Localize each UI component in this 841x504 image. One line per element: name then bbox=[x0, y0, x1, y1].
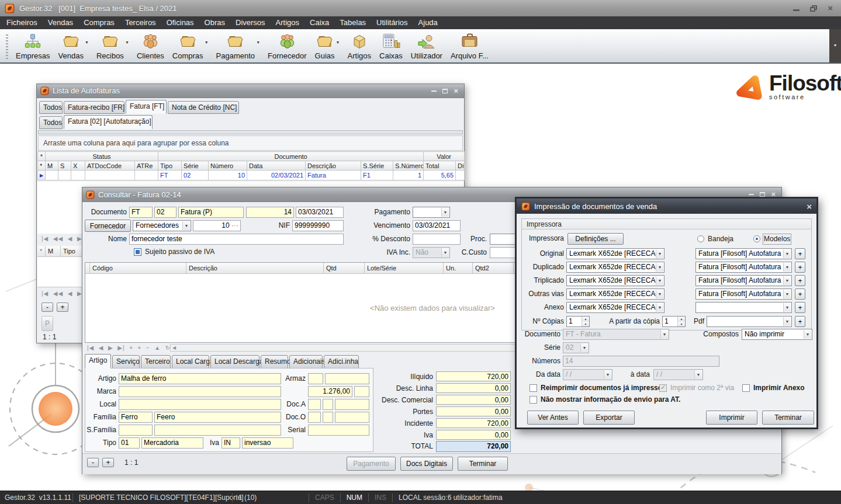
collapse-button[interactable]: - bbox=[41, 303, 53, 312]
anexo-add-button[interactable]: + bbox=[795, 302, 805, 313]
col-m[interactable]: M bbox=[46, 246, 61, 256]
toolbar-button-utilizador[interactable]: Utilizador bbox=[407, 31, 447, 60]
original-printer-combo[interactable]: Lexmark X652de [RECECAO]▼ bbox=[566, 248, 665, 259]
desc-linha-field[interactable]: 0,00 bbox=[436, 383, 511, 393]
imprimir-anexo-checkbox[interactable] bbox=[742, 384, 750, 392]
col-lote-serie[interactable]: Lote/Série bbox=[365, 263, 444, 273]
toolbar-overflow-button[interactable]: ▼ bbox=[829, 29, 841, 62]
definicoes-button[interactable]: Definições ... bbox=[567, 233, 624, 245]
toolbar-button-empresas[interactable]: Empresas bbox=[12, 31, 54, 60]
col-descricao[interactable]: Descrição bbox=[306, 161, 361, 171]
col-data[interactable]: Data bbox=[247, 161, 306, 171]
tab-servico[interactable]: Serviço bbox=[112, 355, 140, 369]
dropdown-arrow-icon[interactable]: ▼ bbox=[125, 40, 129, 44]
tab-nota-credito[interactable]: Nota de Crédito [NC] bbox=[168, 101, 239, 114]
exportar-button[interactable]: Exportar bbox=[583, 411, 635, 425]
tab-local-descarga[interactable]: Local Descarga bbox=[210, 355, 259, 369]
armaz-cod-field[interactable] bbox=[308, 373, 323, 384]
imprimir-button[interactable]: Imprimir bbox=[706, 411, 757, 425]
doc-numero-field[interactable]: 14 bbox=[246, 207, 294, 218]
terminar-button[interactable]: Terminar bbox=[762, 411, 814, 425]
triplicado-model-combo[interactable]: Fatura [Filosoft] Autofatura▼ bbox=[695, 275, 792, 286]
preco-extra-field[interactable] bbox=[354, 386, 369, 397]
outras-vias-add-button[interactable]: + bbox=[795, 289, 805, 300]
maximize-icon[interactable] bbox=[442, 89, 448, 93]
col-div[interactable]: Div bbox=[456, 161, 465, 171]
band-documento[interactable]: Documento bbox=[158, 152, 424, 161]
portes-field[interactable]: 0,00 bbox=[436, 406, 511, 416]
local-field[interactable] bbox=[119, 399, 281, 410]
triplicado-add-button[interactable]: + bbox=[795, 275, 805, 286]
col-atdoccode[interactable]: ATDocCode bbox=[85, 161, 135, 171]
tab-resumo[interactable]: Resumo bbox=[261, 355, 288, 369]
iliquido-field[interactable]: 720,00 bbox=[436, 371, 511, 381]
fornecedor-tipo-combo[interactable]: Fornecedores▼ bbox=[133, 220, 191, 231]
col-qtd[interactable]: Qtd bbox=[324, 263, 365, 273]
menu-diversos[interactable]: Diversos bbox=[230, 16, 271, 29]
bandeja-radio-label[interactable]: Bandeja bbox=[708, 235, 733, 244]
marca-field[interactable] bbox=[119, 386, 281, 397]
documento-combo[interactable]: FT - Fatura▼ bbox=[563, 329, 669, 340]
tipo-desc-field[interactable]: Mercadoria bbox=[141, 437, 203, 449]
doca-2-field[interactable] bbox=[323, 399, 333, 410]
doc-data-field[interactable]: 03/03/2021 bbox=[296, 207, 344, 218]
iva-total-field[interactable]: 0,00 bbox=[436, 430, 511, 440]
close-icon[interactable]: × bbox=[828, 4, 833, 12]
menu-oficinas[interactable]: Oficinas bbox=[161, 16, 199, 29]
toolbar-button-arquivo[interactable]: Arquivo F... bbox=[447, 31, 493, 60]
tab-todos[interactable]: Todos bbox=[39, 101, 63, 114]
record-navigator[interactable]: |◀ ◀ ▶ ▶| + + − ▲ ↻ bbox=[87, 345, 171, 351]
sujeito-iva-checkbox[interactable] bbox=[134, 248, 141, 256]
pagamento-button[interactable]: Pagamento bbox=[347, 457, 396, 471]
expand-button[interactable]: + bbox=[57, 303, 68, 312]
bandeja-radio[interactable] bbox=[697, 235, 704, 242]
minimize-icon[interactable] bbox=[793, 3, 800, 13]
record-navigator[interactable]: |◀ ◀◀ ◀ ▶ bbox=[41, 290, 82, 297]
restore-icon[interactable] bbox=[810, 5, 817, 12]
sfamilia-cod-field[interactable] bbox=[119, 425, 153, 436]
outras-vias-printer-combo[interactable]: Lexmark X652de [RECECAO]▼ bbox=[566, 289, 665, 300]
band-status[interactable]: Status bbox=[46, 152, 158, 161]
invoice-row[interactable]: ▶ FT 02 10 02/03/2021 Fatura F1 1 5,65 bbox=[38, 171, 465, 180]
iva-inc-combo[interactable]: Não▼ bbox=[413, 247, 450, 258]
dropdown-arrow-icon[interactable]: ▼ bbox=[85, 40, 89, 44]
anexo-printer-combo[interactable]: Lexmark X652de [RECECAO]▼ bbox=[566, 302, 665, 313]
close-icon[interactable]: × bbox=[454, 88, 458, 95]
nome-field[interactable]: fornecedor teste bbox=[129, 234, 344, 245]
vencimento-field[interactable]: 03/03/2021 bbox=[413, 220, 461, 231]
toolbar-button-recibos[interactable]: Recibos ▼ bbox=[92, 31, 128, 60]
apartir-spinner[interactable]: 1▲▼ bbox=[662, 316, 686, 327]
dropdown-arrow-icon[interactable]: ▼ bbox=[205, 40, 209, 44]
armaz-desc-field[interactable] bbox=[325, 373, 369, 384]
familia-desc-field[interactable]: Feero bbox=[154, 412, 281, 423]
expand-button[interactable]: + bbox=[102, 458, 114, 467]
minimize-icon[interactable] bbox=[431, 91, 437, 92]
toolbar-button-guias[interactable]: Guias ▼ bbox=[311, 31, 339, 60]
band-valor[interactable]: Valor bbox=[424, 152, 465, 161]
subtab-fatura-02[interactable]: Fatura [02] [Autofaturação] bbox=[64, 115, 153, 129]
modelos-radio-label[interactable]: Modelos bbox=[764, 235, 790, 244]
col-codigo[interactable]: Código bbox=[90, 263, 186, 273]
impressao-titlebar[interactable]: Impressão de documentos de venda × bbox=[517, 199, 816, 214]
duplicado-model-combo[interactable]: Fatura [Filosoft] Autofatura▼ bbox=[695, 262, 792, 273]
tab-fatura-recibo[interactable]: Fatura-recibo [FR] bbox=[64, 101, 124, 114]
doco-1-field[interactable] bbox=[308, 412, 321, 423]
tab-terceiro[interactable]: Terceiro bbox=[141, 355, 171, 369]
segunda-via-checkbox[interactable] bbox=[659, 384, 667, 392]
doc-descricao-field[interactable]: Fatura (P) bbox=[178, 207, 244, 218]
toolbar-button-pagamento[interactable]: Pagamento ▼ bbox=[212, 31, 259, 60]
iva-cod-field[interactable]: IN bbox=[222, 437, 240, 449]
menu-ajuda[interactable]: Ajuda bbox=[413, 16, 443, 29]
menu-terceiros[interactable]: Terceiros bbox=[120, 16, 161, 29]
tab-local-carga[interactable]: Local Carga bbox=[172, 355, 209, 369]
menu-ficheiros[interactable]: Ficheiros bbox=[1, 16, 43, 29]
artigo-field[interactable]: Malha de ferro bbox=[119, 373, 281, 384]
toolbar-button-vendas[interactable]: Vendas ▼ bbox=[54, 31, 88, 60]
desc-comercial-field[interactable]: 0,00 bbox=[436, 395, 511, 405]
adata-combo[interactable]: / /▼ bbox=[653, 369, 703, 380]
doca-3-field[interactable] bbox=[335, 399, 369, 410]
original-add-button[interactable]: + bbox=[795, 248, 805, 259]
familia-cod-field[interactable]: Ferro bbox=[119, 412, 153, 423]
duplicado-printer-combo[interactable]: Lexmark X652de [RECECAO]▼ bbox=[566, 262, 665, 273]
col-un[interactable]: Un. bbox=[444, 263, 473, 273]
